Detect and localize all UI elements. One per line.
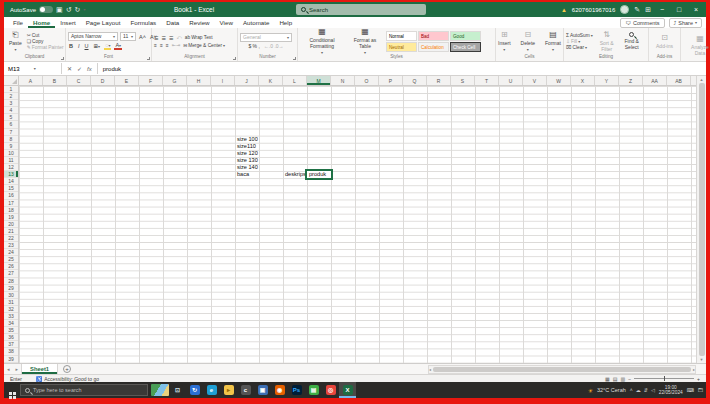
align-left-icon[interactable]: ≡ <box>154 42 157 48</box>
cell-J11[interactable]: size 130 <box>235 157 258 164</box>
row-header-15[interactable]: 15 <box>4 185 18 192</box>
row-header-32[interactable]: 32 <box>4 306 18 313</box>
page-break-view-icon[interactable]: ▥ <box>620 376 625 382</box>
row-header-17[interactable]: 17 <box>4 200 18 207</box>
confirm-entry-icon[interactable]: ✓ <box>77 65 82 72</box>
hscroll-thumb[interactable] <box>433 367 691 372</box>
new-sheet-button[interactable]: + <box>63 365 71 373</box>
row-header-26[interactable]: 26 <box>4 263 18 270</box>
cell-style-bad[interactable]: Bad <box>418 31 449 41</box>
column-header-U[interactable]: U <box>499 76 523 85</box>
column-header-P[interactable]: P <box>379 76 403 85</box>
paste-button[interactable]: ⎗ Paste▾ <box>6 29 25 53</box>
avatar[interactable] <box>620 5 629 14</box>
row-header-9[interactable]: 9 <box>4 143 18 150</box>
tab-review[interactable]: Review <box>184 17 214 28</box>
column-header-M[interactable]: M <box>307 76 331 85</box>
tab-view[interactable]: View <box>215 17 238 28</box>
column-header-J[interactable]: J <box>235 76 259 85</box>
align-bottom-icon[interactable]: ☰ <box>169 35 173 41</box>
cell-J8[interactable]: size 100 <box>235 136 258 143</box>
row-header-3[interactable]: 3 <box>4 100 18 107</box>
row-header-30[interactable]: 30 <box>4 292 18 299</box>
network-icon[interactable]: ⇵ <box>644 387 648 393</box>
align-right-icon[interactable]: ≡ <box>166 42 169 48</box>
sort-filter-button[interactable]: ⇅Sort & Filter <box>596 29 618 53</box>
comments-button[interactable]: 🗨Comments <box>620 18 664 28</box>
cloud-icon[interactable]: ☁ <box>636 387 641 393</box>
analyze-data-button[interactable]: ▦Analyze Data <box>683 33 710 57</box>
formula-input[interactable]: produk <box>98 66 121 72</box>
tab-automate[interactable]: Automate <box>238 17 274 28</box>
row-header-14[interactable]: 14 <box>4 178 18 185</box>
row-header-36[interactable]: 36 <box>4 334 18 341</box>
start-button[interactable] <box>4 381 20 399</box>
number-format-select[interactable]: General▾ <box>240 33 292 42</box>
column-header-T[interactable]: T <box>475 76 499 85</box>
cell-style-calculation[interactable]: Calculation <box>418 42 449 52</box>
row-header-6[interactable]: 6 <box>4 121 18 128</box>
redo-icon[interactable]: ↻ <box>75 2 81 17</box>
column-header-A[interactable]: A <box>19 76 43 85</box>
zoom-in-icon[interactable]: + <box>697 376 700 382</box>
row-header-4[interactable]: 4 <box>4 107 18 114</box>
column-header-D[interactable]: D <box>91 76 115 85</box>
clipboard-dialog-launcher[interactable] <box>61 57 64 60</box>
row-header-25[interactable]: 25 <box>4 256 18 263</box>
taskview-icon[interactable]: ⊡ <box>169 382 186 398</box>
indent-icons[interactable]: ⇤⇥ <box>172 42 180 48</box>
insert-cells-button[interactable]: ⊞Insert▾ <box>495 29 514 53</box>
tab-insert[interactable]: Insert <box>55 17 80 28</box>
row-header-38[interactable]: 38 <box>4 348 18 355</box>
row-header-11[interactable]: 11 <box>4 157 18 164</box>
column-header-V[interactable]: V <box>523 76 547 85</box>
hscroll-left-icon[interactable]: ◂ <box>429 367 431 372</box>
firefox-icon[interactable]: ◉ <box>271 382 288 398</box>
row-header-10[interactable]: 10 <box>4 150 18 157</box>
tab-data[interactable]: Data <box>161 17 184 28</box>
action-center-icon[interactable]: 🗔 <box>698 387 703 393</box>
row-header-24[interactable]: 24 <box>4 249 18 256</box>
row-header-39[interactable]: 39 <box>4 356 18 363</box>
save-icon[interactable]: ▣ <box>56 2 63 17</box>
italic-button[interactable]: I <box>77 43 81 49</box>
column-header-AA[interactable]: AA <box>643 76 667 85</box>
font-name-select[interactable]: Aptos Narrow▾ <box>68 32 118 41</box>
autosave-toggle[interactable] <box>39 6 53 13</box>
share-button[interactable]: ⤴Share▾ <box>669 18 702 28</box>
row-header-20[interactable]: 20 <box>4 221 18 228</box>
file-explorer-icon[interactable]: ▸ <box>220 382 237 398</box>
row-header-33[interactable]: 33 <box>4 313 18 320</box>
quick-access-caret-icon[interactable]: ▾ <box>83 7 85 12</box>
tab-file[interactable]: File <box>8 17 28 28</box>
merge-center-button[interactable]: ⊟Merge & Center▾ <box>183 43 225 48</box>
cancel-entry-icon[interactable]: ✕ <box>67 65 72 72</box>
conditional-formatting-button[interactable]: ▦ Conditional Formatting▾ <box>300 29 344 53</box>
scroll-down-icon[interactable]: ▼ <box>700 357 704 362</box>
column-header-O[interactable]: O <box>355 76 379 85</box>
sheet-tab-sheet1[interactable]: Sheet1 <box>21 364 58 374</box>
fill-color-icon[interactable]: ◌▾ <box>104 42 111 50</box>
fill-button[interactable]: ⇩Fill▾ <box>566 39 593 44</box>
row-header-7[interactable]: 7 <box>4 129 18 136</box>
column-header-S[interactable]: S <box>451 76 475 85</box>
cell-J13[interactable]: baca <box>235 171 249 178</box>
row-header-21[interactable]: 21 <box>4 228 18 235</box>
cell-L13[interactable]: deskripsi <box>283 171 307 178</box>
taskbar-clock[interactable]: 19:0022/05/2024 <box>659 385 683 395</box>
user-id[interactable]: 6207601967016 <box>572 7 615 13</box>
cell-style-check-cell[interactable]: Check Cell <box>450 42 481 52</box>
active-cell-M13[interactable]: produk <box>306 170 332 179</box>
vscroll-thumb[interactable] <box>699 83 705 356</box>
underline-button[interactable]: U <box>84 43 90 49</box>
excel-icon[interactable]: X <box>339 382 356 398</box>
wrap-text-button[interactable]: abWrap Text <box>185 35 213 40</box>
font-color-icon[interactable]: A▾ <box>114 42 122 50</box>
row-header-34[interactable]: 34 <box>4 320 18 327</box>
search-input[interactable]: Search <box>296 4 426 15</box>
minimize-button[interactable]: − <box>656 2 668 17</box>
cell-style-good[interactable]: Good <box>450 31 481 41</box>
format-as-table-button[interactable]: ▦ Format as Table▾ <box>346 29 384 53</box>
keyboard-icon[interactable]: ⌨ <box>687 387 694 393</box>
column-header-I[interactable]: I <box>211 76 235 85</box>
